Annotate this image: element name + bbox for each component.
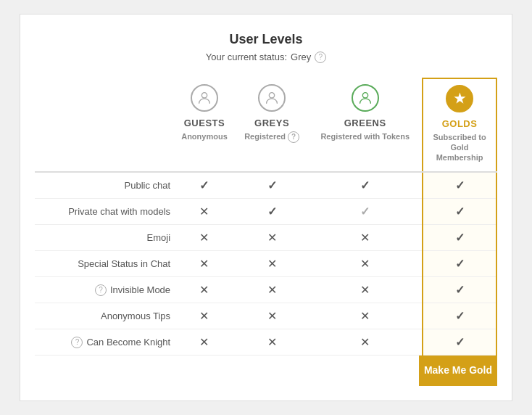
greys-cell: ✕: [236, 303, 308, 329]
feature-cell: Private chat with models: [35, 199, 173, 225]
col-header-greys: GREYS Registered ?: [236, 78, 308, 173]
greens-cross-icon: ✕: [360, 231, 370, 244]
make-gold-button[interactable]: Make Me Gold: [419, 356, 497, 386]
greys-cross-icon: ✕: [267, 284, 277, 296]
guests-cross-icon: ✕: [199, 258, 209, 270]
greens-cell: ✕: [308, 277, 423, 303]
golds-check-icon: ✓: [455, 310, 465, 322]
greys-cross-icon: ✕: [267, 336, 277, 348]
greens-icon-circle: [352, 84, 379, 112]
greens-cell: ✓: [308, 172, 423, 199]
greys-cell: ✕: [236, 329, 308, 356]
greens-check-icon: ✓: [360, 179, 370, 192]
greens-cell: ✕: [308, 251, 423, 277]
status-label: Your current status:: [206, 52, 287, 62]
guests-cross-icon: ✕: [199, 310, 209, 322]
golds-check-icon: ✓: [455, 179, 465, 192]
greens-cross-icon: ✕: [360, 310, 370, 322]
guests-cell: ✓: [173, 172, 236, 199]
feature-label: Special Status in Chat: [78, 258, 170, 269]
cta-row: Make Me Gold: [35, 356, 497, 386]
status-help-icon[interactable]: ?: [315, 52, 326, 63]
guests-icon-circle: [191, 84, 218, 112]
feature-label: Invisible Mode: [110, 284, 170, 295]
golds-icon-circle: ★: [446, 85, 473, 112]
greens-col-name: GREENS: [344, 118, 386, 128]
feature-cell: ?Invisible Mode: [35, 277, 173, 303]
feature-cell: Public chat: [35, 172, 173, 199]
status-value: Grey: [291, 52, 311, 62]
guests-cross-icon: ✕: [199, 205, 209, 218]
golds-cell: ✓: [423, 251, 496, 277]
greys-cell: ✕: [236, 277, 308, 303]
cta-spacer: [35, 356, 419, 386]
greens-col-sub: Registered with Tokens: [320, 131, 410, 141]
svg-point-0: [201, 92, 207, 97]
greys-cell: ✕: [236, 251, 308, 277]
feature-cell: ?Can Become Knight: [35, 329, 173, 356]
golds-cell: ✓: [423, 172, 496, 199]
table-row: Public chat✓✓✓✓: [35, 172, 496, 199]
greys-cell: ✕: [236, 225, 308, 251]
feature-label: Private chat with models: [68, 206, 170, 217]
guests-cross-icon: ✕: [199, 336, 209, 348]
guests-cell: ✕: [173, 329, 236, 356]
greens-cross-icon: ✕: [360, 258, 370, 270]
page-title: User Levels: [35, 32, 497, 47]
table-row: ?Invisible Mode✕✕✕✓: [35, 277, 496, 303]
greens-cross-icon: ✕: [360, 284, 370, 296]
golds-col-name: GOLDS: [442, 118, 478, 129]
greens-check-icon: ✓: [360, 205, 370, 218]
guests-col-name: GUESTS: [184, 118, 225, 128]
greens-person-icon: [357, 90, 373, 106]
greys-col-name: GREYS: [254, 118, 289, 128]
feature-help-icon[interactable]: ?: [71, 337, 83, 348]
guests-cell: ✕: [173, 199, 236, 225]
col-header-guests: GUESTS Anonymous: [173, 78, 236, 173]
user-levels-card: User Levels Your current status: Grey ?: [20, 14, 512, 402]
col-header-greens: GREENS Registered with Tokens: [308, 78, 423, 173]
golds-check-icon: ✓: [455, 258, 465, 270]
col-header-golds: ★ GOLDS Subscribed to Gold Membership: [423, 78, 496, 173]
greens-cell: ✕: [308, 303, 423, 329]
golds-check-icon: ✓: [455, 205, 465, 218]
greens-cell: ✓: [308, 199, 423, 225]
greys-cell: ✓: [236, 199, 308, 225]
guests-col-sub: Anonymous: [181, 131, 228, 141]
feature-label: Anonymous Tips: [101, 311, 170, 321]
header-row: GUESTS Anonymous GREYS: [35, 78, 496, 173]
greys-col-sub: Registered ?: [244, 131, 299, 143]
greys-help-icon[interactable]: ?: [288, 131, 299, 143]
greens-cell: ✕: [308, 225, 423, 251]
feature-help-icon[interactable]: ?: [95, 284, 107, 296]
golds-check-icon: ✓: [455, 231, 465, 244]
feature-label: Public chat: [125, 180, 171, 191]
svg-point-2: [362, 92, 367, 97]
feature-cell: Anonymous Tips: [35, 303, 173, 329]
guests-cross-icon: ✕: [199, 231, 209, 244]
golds-cell: ✓: [423, 329, 496, 356]
guests-cell: ✕: [173, 225, 236, 251]
svg-point-1: [269, 92, 274, 97]
table-row: Emoji✕✕✕✓: [35, 225, 496, 251]
feature-header: [35, 78, 173, 173]
golds-cell: ✓: [423, 303, 496, 329]
greys-check-icon: ✓: [267, 205, 277, 218]
greys-cross-icon: ✕: [267, 231, 277, 244]
golds-check-icon: ✓: [455, 284, 465, 296]
status-bar: Your current status: Grey ?: [35, 52, 497, 63]
guests-cell: ✕: [173, 277, 236, 303]
greys-cell: ✓: [236, 172, 308, 199]
golds-star-icon: ★: [454, 91, 465, 107]
table-row: ?Can Become Knight✕✕✕✓: [35, 329, 496, 356]
greys-cross-icon: ✕: [267, 258, 277, 270]
guests-cross-icon: ✕: [199, 284, 209, 296]
feature-cell: Emoji: [35, 225, 173, 251]
table-row: Private chat with models✕✓✓✓: [35, 199, 496, 225]
golds-cell: ✓: [423, 277, 496, 303]
greys-person-icon: [264, 90, 280, 106]
feature-cell: Special Status in Chat: [35, 251, 173, 277]
greys-icon-circle: [258, 84, 286, 112]
table-row: Special Status in Chat✕✕✕✓: [35, 251, 496, 277]
golds-cell: ✓: [423, 199, 496, 225]
